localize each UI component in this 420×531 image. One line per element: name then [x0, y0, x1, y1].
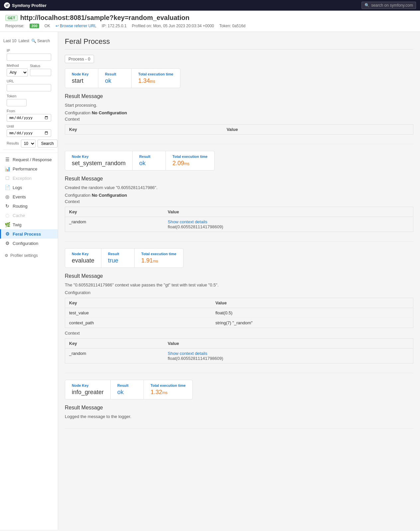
- col-key: Key: [65, 339, 164, 349]
- page-title: Feral Process: [65, 37, 413, 50]
- table-row: context_path string(7) "_random": [65, 318, 413, 328]
- results-select[interactable]: 10: [21, 140, 36, 148]
- result-message-3: Logged the message to the logger.: [65, 414, 413, 419]
- app-name: Symfony Profiler: [12, 3, 47, 8]
- node-start-card: Node Key start Result ok Total execution…: [65, 68, 180, 88]
- col-key: Key: [65, 298, 212, 308]
- result-cell: Result ok: [98, 69, 132, 88]
- twig-icon: 🌿: [5, 222, 10, 227]
- filter-from: From: [7, 109, 51, 122]
- global-search[interactable]: 🔍 search on symfony.com: [362, 2, 416, 9]
- filter-token: Token: [7, 94, 51, 106]
- search-placeholder: search on symfony.com: [371, 3, 413, 8]
- token-input[interactable]: [7, 99, 27, 106]
- tab-search[interactable]: 🔍 Search: [31, 38, 50, 44]
- context-tbody-1: _random Show context details float(0.605…: [65, 217, 413, 232]
- from-date-input[interactable]: [7, 114, 51, 122]
- sidebar-filters: IP Method Any Status U: [3, 47, 54, 150]
- main-layout: Last 10 Latest 🔍 Search IP Method Any: [0, 32, 420, 530]
- cache-icon: ◌: [5, 213, 10, 218]
- context-label-2: Context: [65, 331, 413, 336]
- url-bar: GET http://localhost:8081/sample?key=ran…: [0, 11, 420, 32]
- tab-last10[interactable]: Last 10: [3, 38, 16, 44]
- performance-icon: 📊: [5, 166, 10, 171]
- request-url: http://localhost:8081/sample?key=random_…: [20, 14, 190, 22]
- results-label: Results: [7, 141, 19, 145]
- node-info-greater-section: Node Key info_greater Result ok Total ex…: [65, 380, 413, 429]
- configuration-1: Configuration No Configuration: [65, 193, 413, 198]
- ip-input[interactable]: [7, 53, 51, 61]
- profiler-settings[interactable]: ⚙ Profiler settings: [0, 251, 58, 260]
- result-cell-1: Result ok: [133, 151, 166, 170]
- context-tbody-2: _random Show context details float(0.605…: [65, 349, 413, 364]
- status-code: 200: [30, 24, 39, 28]
- sidebar-item-logs[interactable]: 📄 Logs: [0, 183, 58, 192]
- configuration-0: Configuration No Configuration: [65, 110, 413, 115]
- search-button[interactable]: Search: [38, 140, 57, 148]
- sidebar-nav: ☰ Request / Response 📊 Performance ☐ Exc…: [0, 153, 58, 250]
- token: Token: 0a516d: [219, 24, 246, 28]
- node-set-system-random-section: Node Key set_system_random Result ok Tot…: [65, 151, 413, 242]
- node-key-cell-2: Node Key evaluate: [65, 249, 101, 267]
- request-response-icon: ☰: [5, 157, 10, 162]
- browse-referrer-link[interactable]: ↩ Browse referrer URL: [55, 24, 96, 28]
- process-badge: Process - 0: [65, 55, 413, 68]
- context-label-1: Context: [65, 199, 413, 204]
- sidebar-item-events[interactable]: ◎ Events: [0, 192, 58, 201]
- node-key-cell-1: Node Key set_system_random: [65, 151, 133, 170]
- sidebar-search-area: Last 10 Latest 🔍 Search IP Method Any: [0, 35, 58, 153]
- config-tbody-2: test_value float(0.5) context_path strin…: [65, 308, 413, 328]
- filter-until: Until: [7, 124, 51, 137]
- context-key: _random: [65, 349, 164, 364]
- col-value: Value: [164, 339, 413, 349]
- node-info-greater-card: Node Key info_greater Result ok Total ex…: [65, 380, 193, 399]
- filter-url: URL: [7, 79, 51, 91]
- method-select[interactable]: Any: [7, 68, 28, 76]
- config-table-2: Key Value test_value float(0.5) context_…: [65, 298, 413, 328]
- response-label: Response:: [5, 24, 24, 28]
- result-message-1: Created the random value "0.605528114179…: [65, 185, 413, 190]
- sidebar-item-configuration[interactable]: ⚙ Configuration: [0, 239, 58, 248]
- node-set-system-random-card: Node Key set_system_random Result ok Tot…: [65, 151, 215, 170]
- node-start-section: Node Key start Result ok Total execution…: [65, 68, 413, 144]
- sidebar-item-routing[interactable]: ↻ Routing: [0, 201, 58, 211]
- node-key-cell-3: Node Key info_greater: [65, 380, 111, 399]
- node-evaluate-card: Node Key evaluate Result true Total exec…: [65, 248, 183, 268]
- sidebar-item-exception: ☐ Exception: [0, 173, 58, 183]
- show-context-details-link-1[interactable]: Show context details: [168, 219, 207, 224]
- context-value: Show context details float(0.60552811141…: [164, 349, 413, 364]
- node-evaluate-section: Node Key evaluate Result true Total exec…: [65, 248, 413, 373]
- top-bar: sf Symfony Profiler 🔍 search on symfony.…: [0, 0, 420, 11]
- exception-icon: ☐: [5, 175, 10, 181]
- token-label: Token: [7, 94, 51, 98]
- from-label: From: [7, 109, 51, 113]
- context-label-0: Context: [65, 117, 413, 122]
- status-input[interactable]: [30, 69, 51, 76]
- sidebar-item-request-response[interactable]: ☰ Request / Response: [0, 155, 58, 164]
- result-message-title-0: Result Message: [65, 93, 413, 99]
- sidebar-item-feral-process[interactable]: ⚙ Feral Process: [0, 229, 58, 239]
- context-key: _random: [65, 217, 164, 232]
- method-badge: GET: [5, 15, 18, 21]
- time-cell: Total execution time 1.34ms: [132, 69, 180, 88]
- until-date-input[interactable]: [7, 129, 51, 137]
- status-label: Status: [30, 64, 51, 68]
- profiled-on: Profiled on: Mon, 05 Jun 2023 20:03:34 +…: [132, 24, 214, 28]
- show-context-details-link-2[interactable]: Show context details: [168, 351, 207, 356]
- result-message-title-1: Result Message: [65, 176, 413, 182]
- url-input[interactable]: [7, 84, 51, 91]
- arrow-icon: ↩: [55, 24, 59, 28]
- sidebar-item-performance[interactable]: 📊 Performance: [0, 164, 58, 173]
- ip-address: IP: 172.25.0.1: [102, 24, 127, 28]
- configuration-icon: ⚙: [5, 241, 10, 246]
- col-value: Value: [164, 207, 413, 217]
- result-message-2: The "0.60552811417986" context value pas…: [65, 282, 413, 287]
- feral-process-icon: ⚙: [5, 231, 10, 237]
- sidebar-item-twig[interactable]: 🌿 Twig: [0, 220, 58, 229]
- result-message-title-2: Result Message: [65, 273, 413, 279]
- table-row: _random Show context details float(0.605…: [65, 349, 413, 364]
- col-key: Key: [65, 125, 223, 135]
- tab-latest[interactable]: Latest: [18, 38, 29, 44]
- context-value: Show context details float(0.60552811141…: [164, 217, 413, 232]
- app-logo: sf Symfony Profiler: [4, 2, 47, 8]
